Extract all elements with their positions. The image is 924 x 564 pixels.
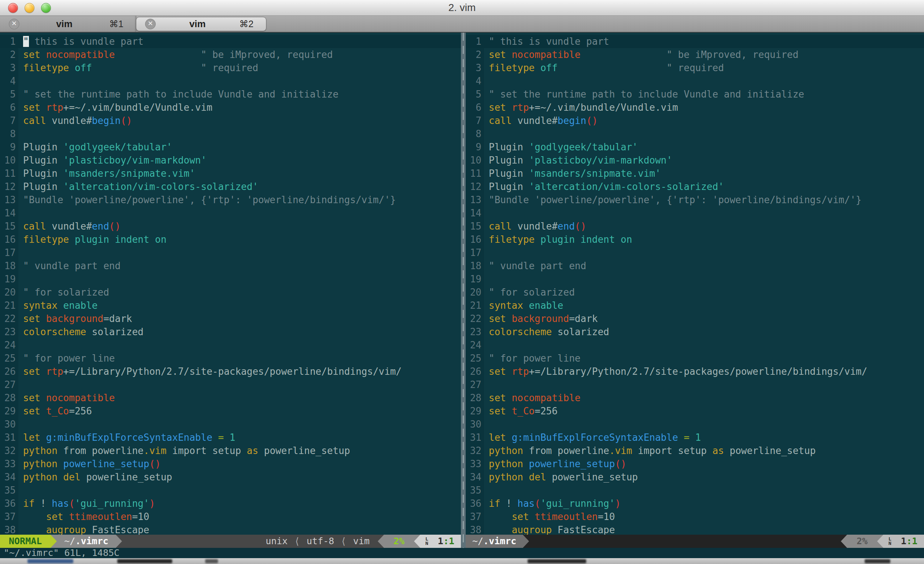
buffer-line[interactable]: 11Plugin 'msanders/snipmate.vim' bbox=[0, 167, 461, 180]
buffer-line[interactable]: 24 bbox=[466, 338, 924, 352]
tab-vim-1[interactable]: ✕ vim ⌘1 bbox=[0, 16, 136, 32]
buffer-line[interactable]: 6set rtp+=~/.vim/bundle/Vundle.vim bbox=[0, 101, 461, 114]
buffer-line[interactable]: 16filetype plugin indent on bbox=[466, 233, 924, 246]
buffer-line[interactable]: 14 bbox=[466, 206, 924, 220]
buffer-line[interactable]: 13"Bundle 'powerline/powerline', {'rtp':… bbox=[466, 193, 924, 206]
buffer-line[interactable]: 27 bbox=[466, 378, 924, 391]
buffer-line[interactable]: 34python del powerline_setup bbox=[0, 471, 461, 484]
buffer-line[interactable]: 29set t_Co=256 bbox=[0, 405, 461, 418]
buffer-line[interactable]: 32python from powerline.vim import setup… bbox=[466, 444, 924, 457]
buffer-line[interactable]: 32python from powerline.vim import setup… bbox=[0, 444, 461, 457]
buffer-line[interactable]: 22set background=dark bbox=[466, 312, 924, 325]
buffer-line[interactable]: 10Plugin 'plasticboy/vim-markdown' bbox=[0, 153, 461, 167]
buffer-line[interactable]: 25" for power line bbox=[0, 352, 461, 365]
tab-close-icon[interactable]: ✕ bbox=[145, 19, 156, 29]
line-number: 11 bbox=[466, 167, 484, 180]
buffer-line[interactable]: 21syntax enable bbox=[0, 299, 461, 312]
buffer-line[interactable]: 28set nocompatible bbox=[466, 391, 924, 405]
buffer-line[interactable]: 12Plugin 'altercation/vim-colors-solariz… bbox=[466, 180, 924, 193]
buffer-line[interactable]: 7call vundle#begin() bbox=[466, 114, 924, 127]
buffer-line[interactable]: 16filetype plugin indent on bbox=[0, 233, 461, 246]
buffer-line[interactable]: 5" set the runtime path to include Vundl… bbox=[0, 88, 461, 101]
buffer-line[interactable]: 12Plugin 'altercation/vim-colors-solariz… bbox=[0, 180, 461, 193]
buffer-line[interactable]: 6set rtp+=~/.vim/bundle/Vundle.vim bbox=[466, 101, 924, 114]
buffer-line[interactable]: 28set nocompatible bbox=[0, 391, 461, 405]
buffer-line[interactable]: 18" vundle part end bbox=[466, 259, 924, 272]
line-number: 18 bbox=[0, 259, 18, 272]
buffer-line[interactable]: 19 bbox=[466, 272, 924, 286]
buffer-line[interactable]: 2set nocompatible " be iMproved, require… bbox=[0, 48, 461, 61]
buffer-line[interactable]: 35 bbox=[0, 484, 461, 497]
buffer-line[interactable]: 38 augroup FastEscape bbox=[466, 523, 924, 535]
code-line: set ttimeoutlen=10 bbox=[484, 510, 615, 523]
buffer-line[interactable]: 8 bbox=[0, 127, 461, 140]
buffer-line[interactable]: 3filetype off " required bbox=[0, 61, 461, 74]
buffer-line[interactable]: 27 bbox=[0, 378, 461, 391]
buffer-line[interactable]: 23colorscheme solarized bbox=[0, 325, 461, 338]
cursor-position-segment: LN 1:1 bbox=[884, 535, 924, 548]
buffer-left[interactable]: 1" this is vundle part2set nocompatible … bbox=[0, 33, 461, 535]
buffer-line[interactable]: 17 bbox=[0, 246, 461, 259]
buffer-line[interactable]: 33python powerline_setup() bbox=[466, 457, 924, 471]
buffer-line[interactable]: 10Plugin 'plasticboy/vim-markdown' bbox=[466, 153, 924, 167]
buffer-line[interactable]: 25" for power line bbox=[466, 352, 924, 365]
buffer-line[interactable]: 34python del powerline_setup bbox=[466, 471, 924, 484]
buffer-line[interactable]: 17 bbox=[466, 246, 924, 259]
buffer-line[interactable]: 9Plugin 'godlygeek/tabular' bbox=[0, 140, 461, 153]
buffer-line[interactable]: 3filetype off " required bbox=[466, 61, 924, 74]
buffer-right[interactable]: 1" this is vundle part2set nocompatible … bbox=[466, 33, 924, 535]
buffer-line[interactable]: 19 bbox=[0, 272, 461, 286]
code-line: set rtp+=~/.vim/bundle/Vundle.vim bbox=[484, 101, 678, 114]
buffer-line[interactable]: 22set background=dark bbox=[0, 312, 461, 325]
buffer-line[interactable]: 14 bbox=[0, 206, 461, 220]
vim-pane-left[interactable]: 1" this is vundle part2set nocompatible … bbox=[0, 33, 461, 548]
buffer-line[interactable]: 30 bbox=[0, 418, 461, 431]
buffer-line[interactable]: 7call vundle#begin() bbox=[0, 114, 461, 127]
code-line: python powerline_setup() bbox=[484, 457, 627, 471]
buffer-line[interactable]: 23colorscheme solarized bbox=[466, 325, 924, 338]
buffer-line[interactable]: 4 bbox=[466, 74, 924, 88]
code-line: python del powerline_setup bbox=[18, 471, 172, 484]
buffer-line[interactable]: 36if ! has('gui_running') bbox=[466, 497, 924, 510]
buffer-line[interactable]: 35 bbox=[466, 484, 924, 497]
vim-command-line[interactable]: "~/.vimrc" 61L, 1485C bbox=[0, 548, 924, 558]
buffer-line[interactable]: 38 augroup FastEscape bbox=[0, 523, 461, 535]
buffer-line[interactable]: 21syntax enable bbox=[466, 299, 924, 312]
buffer-line[interactable]: 33python powerline_setup() bbox=[0, 457, 461, 471]
tab-close-icon[interactable]: ✕ bbox=[9, 19, 20, 29]
buffer-line[interactable]: 1" this is vundle part bbox=[0, 35, 461, 48]
buffer-line[interactable]: 15call vundle#end() bbox=[0, 220, 461, 233]
line-number: 10 bbox=[466, 153, 484, 167]
buffer-line[interactable]: 20" for solarized bbox=[466, 286, 924, 299]
buffer-line[interactable]: 31let g:minBufExplForceSyntaxEnable = 1 bbox=[0, 431, 461, 444]
buffer-line[interactable]: 11Plugin 'msanders/snipmate.vim' bbox=[466, 167, 924, 180]
buffer-line[interactable]: 1" this is vundle part bbox=[466, 35, 924, 48]
window-titlebar[interactable]: 2. vim bbox=[0, 0, 924, 16]
buffer-line[interactable]: 2set nocompatible " be iMproved, require… bbox=[466, 48, 924, 61]
buffer-line[interactable]: 29set t_Co=256 bbox=[466, 405, 924, 418]
vertical-split-divider[interactable] bbox=[461, 33, 466, 548]
buffer-line[interactable]: 9Plugin 'godlygeek/tabular' bbox=[466, 140, 924, 153]
tab-vim-2[interactable]: ✕ vim ⌘2 bbox=[136, 17, 266, 31]
buffer-line[interactable]: 37 set ttimeoutlen=10 bbox=[0, 510, 461, 523]
buffer-line[interactable]: 31let g:minBufExplForceSyntaxEnable = 1 bbox=[466, 431, 924, 444]
buffer-line[interactable]: 24 bbox=[0, 338, 461, 352]
buffer-line[interactable]: 5" set the runtime path to include Vundl… bbox=[466, 88, 924, 101]
buffer-line[interactable]: 8 bbox=[466, 127, 924, 140]
vim-pane-right[interactable]: 1" this is vundle part2set nocompatible … bbox=[466, 33, 924, 548]
line-number: 33 bbox=[466, 457, 484, 471]
buffer-line[interactable]: 30 bbox=[466, 418, 924, 431]
buffer-line[interactable]: 20" for solarized bbox=[0, 286, 461, 299]
buffer-line[interactable]: 36if ! has('gui_running') bbox=[0, 497, 461, 510]
code-line bbox=[484, 338, 489, 352]
buffer-line[interactable]: 18" vundle part end bbox=[0, 259, 461, 272]
buffer-line[interactable]: 26set rtp+=/Library/Python/2.7/site-pack… bbox=[0, 365, 461, 378]
buffer-line[interactable]: 26set rtp+=/Library/Python/2.7/site-pack… bbox=[466, 365, 924, 378]
fileinfo-segment bbox=[529, 535, 840, 548]
buffer-line[interactable]: 4 bbox=[0, 74, 461, 88]
code-line: " for power line bbox=[18, 352, 115, 365]
buffer-line[interactable]: 37 set ttimeoutlen=10 bbox=[466, 510, 924, 523]
mode-indicator: NORMAL bbox=[0, 535, 51, 548]
buffer-line[interactable]: 15call vundle#end() bbox=[466, 220, 924, 233]
buffer-line[interactable]: 13"Bundle 'powerline/powerline', {'rtp':… bbox=[0, 193, 461, 206]
